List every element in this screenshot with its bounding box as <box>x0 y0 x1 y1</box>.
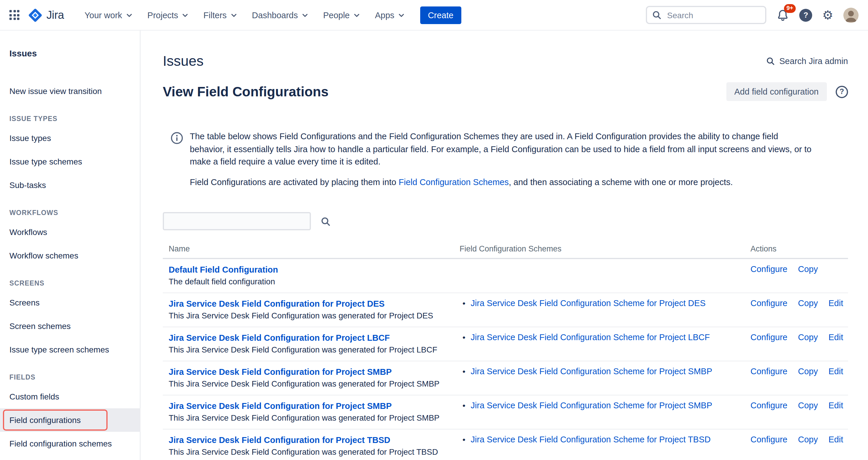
field-configuration-link[interactable]: Jira Service Desk Field Configuration fo… <box>169 401 392 410</box>
topbar-right-cluster: 9+ ? ⚙ <box>646 6 859 24</box>
action-edit-link[interactable]: Edit <box>828 298 843 308</box>
settings-gear-icon[interactable]: ⚙ <box>822 9 833 21</box>
sidebar-item-issue-types[interactable]: Issue types <box>9 132 135 144</box>
help-button[interactable]: ? <box>799 8 812 22</box>
nav-item-people[interactable]: People <box>317 6 367 24</box>
table-row: Default Field ConfigurationThe default f… <box>163 259 848 293</box>
nav-item-label: Projects <box>148 10 178 20</box>
action-edit-link[interactable]: Edit <box>828 435 843 444</box>
action-copy-link[interactable]: Copy <box>798 264 818 274</box>
table-filter <box>163 212 848 230</box>
chevron-down-icon <box>301 11 309 19</box>
column-header-schemes: Field Configuration Schemes <box>454 240 750 259</box>
page-title: Issues <box>163 53 204 69</box>
action-copy-link[interactable]: Copy <box>798 367 818 376</box>
field-configuration-link[interactable]: Jira Service Desk Field Configuration fo… <box>169 367 392 376</box>
nav-item-projects[interactable]: Projects <box>141 6 196 24</box>
sidebar-item-sub-tasks[interactable]: Sub-tasks <box>9 179 135 191</box>
action-copy-link[interactable]: Copy <box>798 298 818 308</box>
sidebar-item-screens[interactable]: Screens <box>9 297 135 308</box>
nav-item-label: Dashboards <box>252 10 298 20</box>
action-configure-link[interactable]: Configure <box>750 367 787 376</box>
sidebar-item-custom-fields[interactable]: Custom fields <box>9 391 135 402</box>
sidebar-item-issue-type-screen-schemes[interactable]: Issue type screen schemes <box>9 344 135 355</box>
nav-item-label: Your work <box>85 10 122 20</box>
action-edit-link[interactable]: Edit <box>828 332 843 342</box>
add-field-configuration-button[interactable]: Add field configuration <box>726 82 827 101</box>
nav-item-your-work[interactable]: Your work <box>78 6 140 24</box>
filter-input[interactable] <box>163 212 311 230</box>
sidebar-item-new-issue-view-transition[interactable]: New issue view transition <box>9 85 135 97</box>
filter-search-icon[interactable] <box>320 216 331 227</box>
field-configuration-link[interactable]: Default Field Configuration <box>169 265 278 274</box>
sidebar-item-issue-type-schemes[interactable]: Issue type schemes <box>9 156 135 167</box>
action-copy-link[interactable]: Copy <box>798 401 818 410</box>
sidebar-item-field-configurations[interactable]: Field configurations <box>0 408 141 432</box>
bullet-icon: • <box>463 435 465 444</box>
info-text: The table below shows Field Configuratio… <box>190 130 813 189</box>
nav-item-dashboards[interactable]: Dashboards <box>245 6 315 24</box>
search-icon <box>766 56 775 66</box>
jira-logo-icon <box>28 8 42 22</box>
scheme-list-item: •Jira Service Desk Field Configuration S… <box>460 332 745 342</box>
sidebar-section-heading: ISSUE TYPES <box>9 115 135 122</box>
row-actions: ConfigureCopyEdit <box>750 298 842 308</box>
action-edit-link[interactable]: Edit <box>828 367 843 376</box>
jira-logo-text: Jira <box>46 8 64 22</box>
info-panel: The table below shows Field Configuratio… <box>163 130 848 189</box>
action-configure-link[interactable]: Configure <box>750 435 787 444</box>
action-copy-link[interactable]: Copy <box>798 435 818 444</box>
field-configuration-link[interactable]: Jira Service Desk Field Configuration fo… <box>169 333 390 342</box>
field-configuration-scheme-link[interactable]: Jira Service Desk Field Configuration Sc… <box>471 401 712 410</box>
action-configure-link[interactable]: Configure <box>750 332 787 342</box>
chevron-down-icon <box>397 11 405 19</box>
chevron-down-icon <box>229 11 238 19</box>
sidebar-item-workflow-schemes[interactable]: Workflow schemes <box>9 250 135 261</box>
user-avatar[interactable] <box>843 7 859 23</box>
field-configuration-scheme-link[interactable]: Jira Service Desk Field Configuration Sc… <box>471 332 710 342</box>
action-copy-link[interactable]: Copy <box>798 332 818 342</box>
sidebar-item-label: Field configuration schemes <box>9 439 112 448</box>
nav-item-filters[interactable]: Filters <box>197 6 244 24</box>
create-button[interactable]: Create <box>420 6 461 24</box>
sidebar-section-heading: FIELDS <box>9 374 135 381</box>
sidebar-item-workflows[interactable]: Workflows <box>9 226 135 238</box>
question-mark-icon: ? <box>803 10 808 20</box>
notification-badge: 9+ <box>784 4 796 13</box>
sidebar-item-screen-schemes[interactable]: Screen schemes <box>9 320 135 332</box>
action-configure-link[interactable]: Configure <box>750 298 787 308</box>
jira-logo[interactable]: Jira <box>28 8 64 22</box>
sidebar-item-label: Custom fields <box>9 392 59 401</box>
field-configuration-scheme-link[interactable]: Jira Service Desk Field Configuration Sc… <box>471 298 706 308</box>
column-header-actions: Actions <box>750 240 848 259</box>
bullet-icon: • <box>463 298 465 308</box>
sidebar-item-field-configuration-schemes[interactable]: Field configuration schemes <box>9 438 135 450</box>
help-icon[interactable]: ? <box>836 86 848 98</box>
action-configure-link[interactable]: Configure <box>750 401 787 410</box>
sidebar-item-label: Field configurations <box>9 414 81 426</box>
action-edit-link[interactable]: Edit <box>828 401 843 410</box>
row-actions: ConfigureCopyEdit <box>750 401 842 410</box>
notifications-button[interactable]: 9+ <box>776 8 789 22</box>
sidebar-section-workflows: WORKFLOWSWorkflowsWorkflow schemes <box>9 209 135 261</box>
search-jira-admin-link[interactable]: Search Jira admin <box>766 56 848 66</box>
field-configuration-scheme-link[interactable]: Jira Service Desk Field Configuration Sc… <box>471 435 711 444</box>
field-configuration-link[interactable]: Jira Service Desk Field Configuration fo… <box>169 435 390 445</box>
info-paragraph-2: Field Configurations are activated by pl… <box>190 176 813 189</box>
section-header: View Field Configurations Add field conf… <box>163 82 848 101</box>
field-configuration-link[interactable]: Jira Service Desk Field Configuration fo… <box>169 299 384 308</box>
field-configuration-schemes-link[interactable]: Field Configuration Schemes <box>399 177 509 187</box>
chevron-down-icon <box>352 11 361 19</box>
action-configure-link[interactable]: Configure <box>750 264 787 274</box>
global-search-input[interactable] <box>646 6 766 24</box>
table-row: Jira Service Desk Field Configuration fo… <box>163 327 848 361</box>
nav-item-apps[interactable]: Apps <box>369 6 412 24</box>
field-configuration-description: This Jira Service Desk Field Configurati… <box>169 414 448 422</box>
app-switcher-icon[interactable] <box>9 10 20 20</box>
field-configuration-description: This Jira Service Desk Field Configurati… <box>169 311 448 320</box>
field-configuration-description: This Jira Service Desk Field Configurati… <box>169 346 448 354</box>
field-configuration-scheme-link[interactable]: Jira Service Desk Field Configuration Sc… <box>471 367 712 376</box>
sidebar-item-label: Screens <box>9 298 40 307</box>
sidebar-item-label: Sub-tasks <box>9 180 46 190</box>
user-avatar-image <box>843 7 859 23</box>
